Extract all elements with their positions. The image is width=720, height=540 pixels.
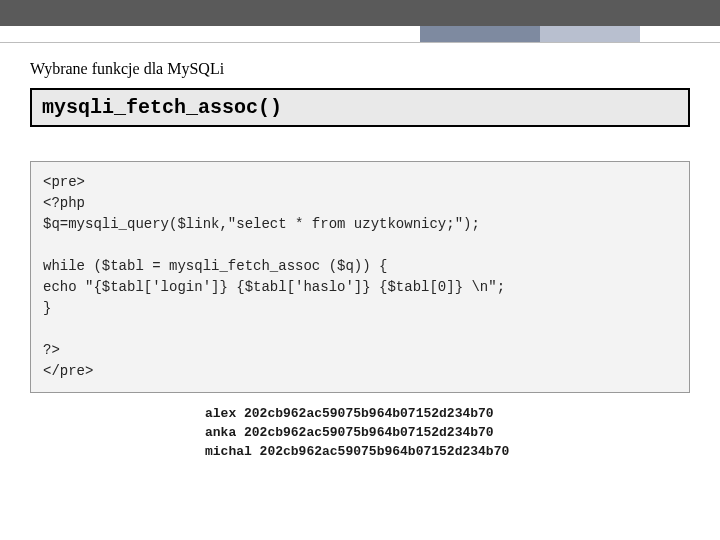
horizontal-rule xyxy=(0,42,720,43)
decor-bar xyxy=(420,26,640,42)
decor-seg-2 xyxy=(540,26,640,42)
section-heading: Wybrane funkcje dla MySQLi xyxy=(30,60,690,78)
top-bar xyxy=(0,0,720,26)
output-block: alex 202cb962ac59075b964b07152d234b70 an… xyxy=(205,405,690,462)
code-block: <pre> <?php $q=mysqli_query($link,"selec… xyxy=(30,161,690,393)
decor-seg-1 xyxy=(420,26,540,42)
function-title: mysqli_fetch_assoc() xyxy=(30,88,690,127)
slide-content: Wybrane funkcje dla MySQLi mysqli_fetch_… xyxy=(30,60,690,462)
